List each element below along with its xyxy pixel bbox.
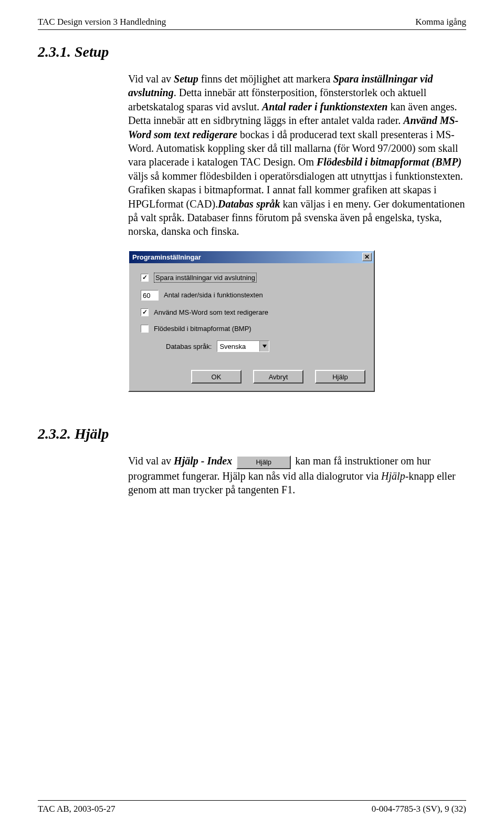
footer-left: TAC AB, 2003-05-27 (38, 804, 115, 814)
label-bmp: Flödesbild i bitmapformat (BMP) (154, 324, 251, 333)
db-language-select[interactable]: Svenska (217, 340, 269, 352)
inline-help-button[interactable]: Hjälp (236, 456, 291, 469)
label-rows-per-page: Antal rader/sida i funktionstexten (164, 291, 263, 299)
close-icon[interactable]: ✕ (362, 253, 372, 261)
label-save-on-exit: Spara inställningar vid avslutning (154, 273, 257, 283)
header-left: TAC Design version 3 Handledning (38, 17, 166, 27)
page-footer: TAC AB, 2003-05-27 0-004-7785-3 (SV), 9 … (38, 800, 466, 814)
rows-per-page-input[interactable]: 60 (141, 290, 159, 301)
ok-button[interactable]: OK (191, 370, 242, 384)
label-msword: Använd MS-Word som text redigerare (154, 308, 268, 317)
section-heading-2-3-2: 2.3.2. Hjälp (38, 426, 466, 442)
section-heading-2-3-1: 2.3.1. Setup (38, 44, 466, 60)
section-232-paragraph: Vid val av Hjälp - Index Hjälp kan man f… (128, 454, 466, 496)
db-language-value: Svenska (217, 341, 259, 351)
checkbox-msword[interactable]: ✓ (141, 308, 149, 316)
dialog-title: Programinställningar (132, 253, 201, 262)
checkbox-bmp[interactable] (141, 325, 149, 333)
footer-right: 0-004-7785-3 (SV), 9 (32) (372, 804, 466, 814)
cancel-button[interactable]: Avbryt (253, 370, 303, 384)
header-right: Komma igång (415, 17, 466, 27)
page-header: TAC Design version 3 Handledning Komma i… (38, 17, 466, 30)
dialog-titlebar: Programinställningar ✕ (129, 251, 374, 263)
chevron-down-icon (259, 341, 269, 351)
term-hjalp-index: Hjälp - Index (174, 455, 232, 467)
program-settings-dialog: Programinställningar ✕ ✓ Spara inställni… (128, 250, 375, 392)
help-button[interactable]: Hjälp (315, 370, 365, 384)
label-db-language: Databas språk: (166, 342, 212, 351)
section-231-paragraph: Vid val av Setup finns det möjlighet att… (128, 72, 466, 239)
checkbox-save-on-exit[interactable]: ✓ (141, 274, 149, 282)
svg-marker-0 (262, 345, 267, 348)
term-hjalp: Hjälp (381, 470, 405, 482)
